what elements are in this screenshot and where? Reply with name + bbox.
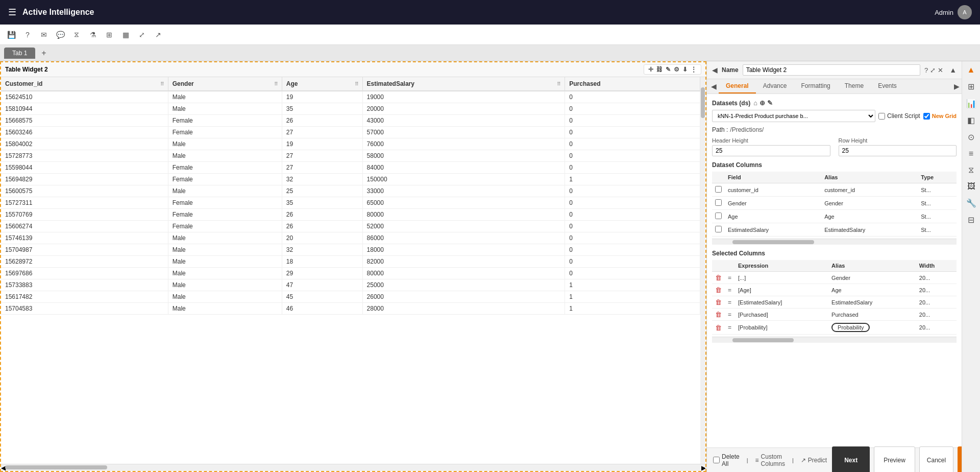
datasets-icons: ⌂ ⊕ ✎ <box>753 99 773 107</box>
sc-delete-2[interactable]: 🗑 <box>715 311 722 318</box>
tab-formatting[interactable]: Formatting <box>794 79 837 93</box>
side-widget-icon[interactable]: ⊞ <box>968 82 974 91</box>
client-script-checkbox-label[interactable]: Client Script <box>878 112 920 120</box>
filter-icon[interactable]: ⧖ <box>69 28 84 42</box>
h-scroll-left[interactable]: ◀ <box>1 464 5 471</box>
sc-h-scroll[interactable] <box>712 337 957 343</box>
preview-button[interactable]: Preview <box>874 446 915 473</box>
tab-advance[interactable]: Advance <box>756 79 794 93</box>
col-th-check <box>712 172 725 183</box>
sc-delete-3[interactable]: 🗑 <box>715 324 722 332</box>
col-drag-age[interactable]: ⠿ <box>355 81 358 87</box>
side-expand-icon[interactable]: ▲ <box>967 65 975 75</box>
panel-close-icon[interactable]: ✕ <box>938 66 943 74</box>
table-icon[interactable]: ▦ <box>118 28 133 42</box>
top-header: ☰ Active Intelligence Admin A <box>0 0 980 25</box>
tab-general[interactable]: General <box>719 79 756 93</box>
sc-th-del <box>712 260 725 272</box>
add-tab-button[interactable]: + <box>37 49 50 58</box>
dc-row: EstimatedSalary EstimatedSalary St... <box>712 223 957 237</box>
panel-tab-forward[interactable]: ▶ <box>954 82 960 90</box>
filter2-icon[interactable]: ⚗ <box>86 28 100 42</box>
table-outer: Customer_id ⠿ Gender ⠿ <box>1 77 705 464</box>
new-grid-checkbox-label[interactable]: New Grid <box>923 113 957 120</box>
side-chart-icon[interactable]: 📊 <box>966 99 976 108</box>
tab-events[interactable]: Events <box>871 79 904 93</box>
more-icon[interactable]: ⋮ <box>691 66 697 73</box>
h-scroll-right[interactable]: ▶ <box>701 464 705 471</box>
col-drag-gender[interactable]: ⠿ <box>274 81 278 87</box>
share-icon[interactable]: ↗ <box>151 28 165 42</box>
dc-check-2[interactable] <box>715 213 722 219</box>
panel-back-arrow[interactable]: ◀ <box>712 66 718 74</box>
panel-expand-arrow[interactable]: ▲ <box>949 66 957 74</box>
row-height-input[interactable] <box>839 145 957 156</box>
table-row: 15606274 Female 26 52000 0 <box>1 221 700 232</box>
comment-icon[interactable]: 💬 <box>53 28 67 42</box>
cancel-button[interactable]: Cancel <box>919 446 953 473</box>
download-icon[interactable]: ⬇ <box>682 66 688 73</box>
dc-check-0[interactable] <box>715 186 722 193</box>
next-button[interactable]: Next <box>832 446 870 473</box>
side-filter-icon[interactable]: ⧖ <box>968 166 974 175</box>
col-drag-salary[interactable]: ⠿ <box>557 81 560 87</box>
table-row: 15728773 Male 27 58000 0 <box>1 150 700 162</box>
vertical-scrollbar[interactable] <box>700 77 705 464</box>
dc-check-1[interactable] <box>715 199 722 206</box>
hamburger-menu-icon[interactable]: ☰ <box>8 7 16 18</box>
side-cursor-icon[interactable]: ⊙ <box>968 132 974 142</box>
sc-delete-0[interactable]: 🗑 <box>715 286 722 294</box>
widget-title-bar: Table Widget 2 ✛ ⛓ ✎ ⚙ ⬇ ⋮ <box>1 62 705 77</box>
col-drag-customer-id[interactable]: ⠿ <box>160 81 164 87</box>
sc-eq-3: = <box>728 324 731 331</box>
dataset-dropdown[interactable]: kNN-1-Predict Product purchase b... <box>712 110 875 122</box>
tab-1[interactable]: Tab 1 <box>4 48 35 59</box>
custom-columns-action[interactable]: ≡ Custom Columns <box>755 453 785 467</box>
columns-table: Field Alias Type customer_id customer_id… <box>712 172 957 237</box>
ds-edit-icon[interactable]: ✎ <box>767 99 773 107</box>
panel-tab-back[interactable]: ◀ <box>709 79 719 93</box>
app-title: Active Intelligence <box>22 8 94 17</box>
new-grid-checkbox[interactable] <box>923 113 930 120</box>
data-table-wrapper[interactable]: Customer_id ⠿ Gender ⠿ <box>1 77 700 464</box>
side-image-icon[interactable]: 🖼 <box>967 182 975 191</box>
settings-icon[interactable]: ⚙ <box>674 66 679 73</box>
header-height-input[interactable] <box>712 145 830 156</box>
side-data-icon[interactable]: ≡ <box>969 149 973 158</box>
panel-resize-icon[interactable]: ⤢ <box>930 66 936 74</box>
edit-icon[interactable]: ✎ <box>666 66 671 73</box>
widget-title: Table Widget 2 <box>5 66 48 73</box>
expand-icon[interactable]: ⤢ <box>135 28 149 42</box>
h-scroll-area[interactable]: ◀ ▶ <box>1 464 705 471</box>
dc-check-3[interactable] <box>715 226 722 232</box>
predict-action[interactable]: ↗ Predict <box>801 457 827 464</box>
sc-delete-partial[interactable]: 🗑 <box>715 274 722 281</box>
client-script-checkbox[interactable] <box>878 113 885 120</box>
main-toolbar: 💾 ? ✉ 💬 ⧖ ⚗ ⊞ ▦ ⤢ ↗ <box>0 25 980 45</box>
dc-row: customer_id customer_id St... <box>712 183 957 197</box>
help-icon[interactable]: ? <box>20 28 35 42</box>
panel-help-icon[interactable]: ? <box>924 66 928 74</box>
panel-header-icons: ? ⤢ ✕ <box>924 66 943 74</box>
side-layers-icon[interactable]: ◧ <box>967 115 975 125</box>
chain-icon[interactable]: ⛓ <box>656 66 663 73</box>
move-icon[interactable]: ✛ <box>648 66 653 73</box>
side-wrench-icon[interactable]: 🔧 <box>966 198 976 208</box>
delete-all-checkbox[interactable] <box>713 457 720 463</box>
tab-theme[interactable]: Theme <box>838 79 871 93</box>
h-scroll-thumb <box>5 465 107 469</box>
sc-delete-1[interactable]: 🗑 <box>715 298 722 306</box>
row-height-field: Row Height <box>839 137 957 156</box>
ds-add-icon[interactable]: ⊕ <box>760 99 765 107</box>
table-row: 15598044 Female 27 84000 0 <box>1 162 700 174</box>
delete-all-checkbox-label[interactable]: Delete All <box>713 453 740 467</box>
save-icon[interactable]: 💾 <box>4 28 18 42</box>
grid-icon[interactable]: ⊞ <box>102 28 116 42</box>
mail-icon[interactable]: ✉ <box>37 28 51 42</box>
panel-h-scroll[interactable] <box>712 239 957 245</box>
panel-name-input[interactable] <box>743 64 920 76</box>
custom-columns-icon: ≡ <box>755 457 759 464</box>
side-grid2-icon[interactable]: ⊟ <box>968 215 974 225</box>
path-value: /Predictions/ <box>730 126 764 133</box>
ds-home-icon[interactable]: ⌂ <box>753 99 757 107</box>
